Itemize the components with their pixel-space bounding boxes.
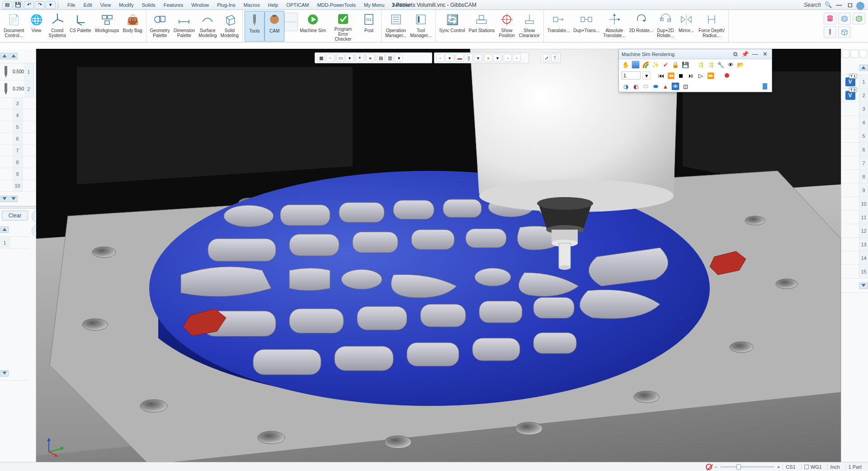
rbn-mini-1[interactable] bbox=[284, 13, 298, 22]
rbn-tool-manager[interactable]: ToolManager... bbox=[408, 11, 433, 42]
tool-slot[interactable]: 0.250 2 bbox=[0, 80, 36, 98]
rbn-cs-palette[interactable]: CS Palette bbox=[68, 11, 93, 42]
qa-save-icon[interactable]: 💾 bbox=[13, 1, 23, 9]
rp-up-arrow[interactable] bbox=[859, 65, 868, 71]
panel-pin-icon[interactable]: 📌 bbox=[741, 50, 749, 58]
rbn-solid-modeling[interactable]: SolidModeling bbox=[219, 11, 241, 42]
rp-tool-1[interactable] bbox=[842, 50, 849, 58]
palette-down-arrow[interactable] bbox=[0, 196, 9, 202]
tool-slot-empty[interactable]: 10 bbox=[0, 180, 36, 192]
vt2-btn[interactable]: ▫ bbox=[436, 54, 444, 62]
rbn-document-control[interactable]: 📄DocumentControl... bbox=[2, 11, 26, 42]
rainbow-icon[interactable]: 🌈 bbox=[642, 61, 650, 69]
play-icon[interactable]: ▷ bbox=[697, 71, 705, 80]
stock-icon[interactable] bbox=[761, 82, 769, 90]
tool-slot-empty[interactable]: 6 bbox=[0, 133, 36, 145]
vis-4-icon[interactable]: ⬬ bbox=[651, 82, 660, 90]
menu-opticam[interactable]: OPTICAM bbox=[283, 1, 312, 9]
panel-minimize-icon[interactable]: — bbox=[751, 50, 759, 58]
menu-solids[interactable]: Solids bbox=[138, 1, 159, 9]
cylinder-icon[interactable] bbox=[824, 13, 836, 24]
menu-mymenu[interactable]: My Menu bbox=[360, 1, 388, 9]
vt2-btn[interactable]: ● bbox=[484, 54, 492, 62]
key-icon[interactable]: 🔧 bbox=[717, 61, 725, 69]
frame-input[interactable] bbox=[622, 71, 641, 80]
unit-indicator[interactable]: Inch bbox=[830, 464, 840, 470]
rbn-translate[interactable]: Translate... bbox=[546, 11, 572, 42]
qa-more-icon[interactable]: ▾ bbox=[46, 1, 56, 9]
tool-slot-empty[interactable]: 9 bbox=[0, 168, 36, 180]
palette-up-arrow-2[interactable] bbox=[9, 53, 18, 59]
op-slot-empty[interactable]: 13 bbox=[841, 238, 868, 251]
vis-1-icon[interactable]: ◑ bbox=[622, 82, 630, 90]
rbn-post[interactable]: G1Post bbox=[359, 11, 379, 42]
vis-2-icon[interactable]: ◐ bbox=[632, 82, 640, 90]
3d-viewport[interactable] bbox=[36, 49, 841, 462]
expand-icon[interactable]: ⤢ bbox=[543, 54, 550, 62]
rbn-abs-translate[interactable]: AbsoluteTranslate... bbox=[601, 11, 627, 42]
clear-button[interactable]: Clear bbox=[2, 211, 28, 221]
rbn-surface-modeling[interactable]: SurfaceModeling bbox=[197, 11, 219, 42]
tool-slot[interactable]: 0.500 1 bbox=[0, 63, 36, 80]
rbn-geometry-palette[interactable]: GeometryPalette bbox=[148, 11, 172, 42]
tool-slot-empty[interactable]: 7 bbox=[0, 145, 36, 156]
marker1-icon[interactable]: ⇶ bbox=[697, 61, 705, 69]
cube-icon[interactable] bbox=[838, 13, 851, 24]
menu-mdd[interactable]: MDD-PowerTools bbox=[313, 1, 359, 9]
rbn-operation-manager[interactable]: OperationManager... bbox=[383, 11, 408, 42]
qa-new-icon[interactable]: ▤ bbox=[2, 1, 12, 9]
menu-file[interactable]: File bbox=[64, 1, 79, 9]
shade-icon[interactable] bbox=[632, 61, 640, 69]
menu-view[interactable]: View bbox=[97, 1, 115, 9]
vis-6-icon[interactable]: 👁 bbox=[671, 82, 679, 90]
op-slot-empty[interactable]: 3 bbox=[841, 102, 868, 116]
rbn-show-clearance[interactable]: ShowClearance bbox=[517, 11, 542, 42]
menu-plugins[interactable]: Plug-Ins bbox=[213, 1, 239, 9]
rbn-workgroups[interactable]: Workgroups bbox=[93, 11, 121, 42]
op-slot[interactable]: VT 11 bbox=[841, 75, 868, 89]
lock-icon[interactable]: 🔒 bbox=[671, 61, 679, 69]
spark-icon[interactable]: ✨ bbox=[651, 61, 660, 69]
rbn-part-stations[interactable]: Part Stations bbox=[467, 11, 496, 42]
slider-plus[interactable]: + bbox=[777, 464, 780, 470]
slider-minus[interactable]: − bbox=[715, 464, 717, 470]
rbn-machine-sim[interactable]: Machine Sim bbox=[298, 11, 328, 42]
skip-start-icon[interactable]: ⏮ bbox=[657, 71, 665, 80]
vt1-btn[interactable]: ▾ bbox=[395, 54, 403, 62]
op-slot-empty[interactable]: 7 bbox=[841, 156, 868, 170]
rbn-dimension-palette[interactable]: DimensionPalette bbox=[172, 11, 197, 42]
user-avatar-icon[interactable] bbox=[856, 2, 864, 10]
vt2-btn[interactable]: ▬ bbox=[456, 54, 464, 62]
op-slot-empty[interactable]: 10 bbox=[841, 197, 868, 211]
rbn-mini-2[interactable] bbox=[284, 22, 298, 31]
vt2-btn[interactable]: ▾ bbox=[445, 54, 453, 62]
ffwd-icon[interactable]: ⏩ bbox=[707, 71, 715, 80]
vt2-btn[interactable]: ▾ bbox=[493, 54, 501, 62]
save-icon[interactable]: 💾 bbox=[681, 61, 689, 69]
cs-indicator[interactable]: CS1 bbox=[786, 464, 795, 470]
rbn-force-depth-radius[interactable]: Force Depth/Radius... bbox=[697, 11, 726, 42]
op-slot-empty[interactable]: 14 bbox=[841, 251, 868, 265]
rbn-tools[interactable]: Tools bbox=[245, 11, 264, 42]
op-slot-empty[interactable]: 4 bbox=[841, 116, 868, 129]
op-slot-empty[interactable]: 8 bbox=[841, 170, 868, 184]
rewind-icon[interactable]: ⏪ bbox=[667, 71, 675, 80]
rbn-cam[interactable]: CAM bbox=[264, 11, 284, 42]
stop-icon[interactable]: ⏹ bbox=[677, 71, 685, 80]
vis-5-icon[interactable]: ▲ bbox=[661, 82, 670, 90]
tool-slot-empty[interactable]: 8 bbox=[0, 156, 36, 168]
minimize-icon[interactable]: — bbox=[835, 1, 844, 9]
palette2-down-arrow[interactable] bbox=[0, 370, 9, 377]
menu-window[interactable]: Window bbox=[188, 1, 212, 9]
rbn-dup-2d-rotate[interactable]: Dup+2DRotate... bbox=[655, 11, 676, 42]
vt1-btn[interactable]: ● bbox=[366, 54, 374, 62]
rbn-2d-rotate[interactable]: 2D Rotate... bbox=[627, 11, 655, 42]
op-slot-empty[interactable]: 5 bbox=[841, 129, 868, 143]
palette2-up-arrow[interactable] bbox=[0, 226, 9, 233]
op-slot-empty[interactable]: 12 bbox=[841, 224, 868, 238]
menu-edit[interactable]: Edit bbox=[80, 1, 96, 9]
rbn-view[interactable]: 🌐View bbox=[26, 11, 47, 42]
vt2-btn[interactable]: ◦ bbox=[504, 54, 512, 62]
palette-down-arrow-2[interactable] bbox=[9, 196, 18, 202]
vis-7-icon[interactable]: ⊡ bbox=[681, 82, 689, 90]
